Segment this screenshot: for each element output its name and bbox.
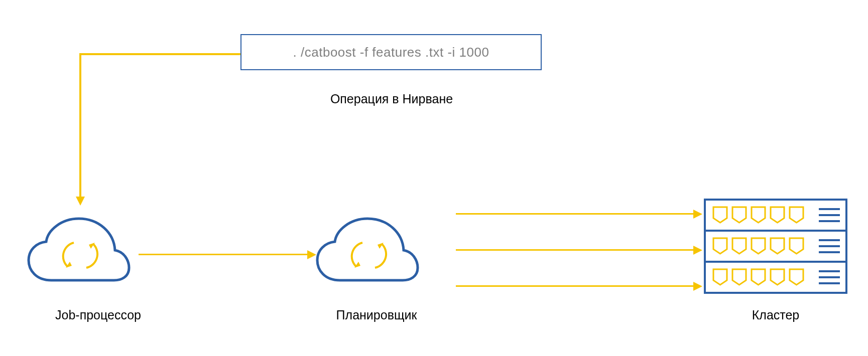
arrow-job-to-planner — [139, 254, 308, 255]
arrow-elbow-vertical — [79, 53, 81, 197]
arrow-triple-3 — [456, 285, 694, 287]
arrow-elbow-head — [76, 197, 85, 206]
command-text: . /catboost -f features .txt -i 1000 — [293, 45, 489, 60]
server-rack-icon — [703, 198, 848, 296]
arrow-triple-3-head — [693, 282, 702, 291]
job-processor-node — [24, 213, 134, 290]
arrow-triple-1-head — [693, 210, 702, 219]
cloud-refresh-icon — [312, 213, 423, 288]
job-processor-label: Job-процессор — [55, 308, 156, 322]
command-box: . /catboost -f features .txt -i 1000 — [240, 34, 542, 70]
cloud-refresh-icon — [24, 213, 134, 288]
planner-label: Планировщик — [321, 308, 432, 322]
cluster-node — [703, 198, 848, 298]
planner-node — [312, 213, 423, 290]
command-box-caption: Операция в Нирване — [311, 92, 472, 106]
arrow-triple-2-head — [693, 246, 702, 255]
cluster-label: Кластер — [746, 308, 806, 322]
arrow-elbow-horizontal — [79, 53, 240, 55]
arrow-triple-2 — [456, 249, 694, 251]
arrow-triple-1 — [456, 213, 694, 215]
